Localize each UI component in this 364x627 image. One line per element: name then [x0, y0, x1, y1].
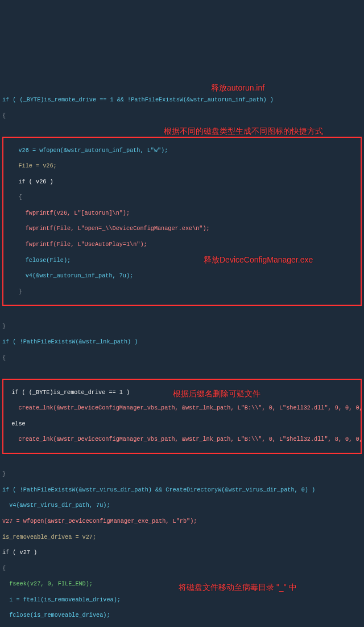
- code-line: {: [2, 565, 362, 573]
- code-line: v4(&wstr_autorun_inf_path, 7u);: [5, 272, 359, 280]
- code-line: if ( v26 ): [5, 178, 359, 186]
- code-line: create_lnk(&wstr_DeviceConfigManager_vbs…: [5, 436, 359, 444]
- code-line: if ( (_BYTE)is_remote_drive == 1 && !Pat…: [2, 96, 362, 104]
- highlight-box-1: v26 = wfopen(&wstr_autorun_inf_path, L"w…: [2, 137, 362, 306]
- code-line: fwprintf(v26, L"[autorun]\n");: [5, 210, 359, 218]
- code-line: else: [5, 420, 359, 428]
- annotation-move: 将磁盘文件移动至病毒目录 "_" 中: [179, 582, 297, 593]
- annotation-shortcut: 根据不同的磁盘类型生成不同图标的快捷方式: [164, 126, 323, 137]
- code-line: fclose(is_removeable_drivea);: [2, 612, 362, 620]
- decompiled-code-view: 释放autorun.inf 根据不同的磁盘类型生成不同图标的快捷方式 释放Dev…: [2, 34, 362, 627]
- code-line: i = ftell(is_removeable_drivea);: [2, 596, 362, 604]
- code-line: is_removeable_drivea = v27;: [2, 534, 362, 542]
- code-line: }: [5, 288, 359, 296]
- code-line: }: [2, 323, 362, 331]
- code-line: {: [5, 194, 359, 202]
- code-line: if ( !PathFileExistsW(&wstr_lnk_path) ): [2, 338, 362, 346]
- code-line: v26 = wfopen(&wstr_autorun_inf_path, L"w…: [5, 147, 359, 155]
- code-line: v4(&wstr_virus_dir_path, 7u);: [2, 502, 362, 510]
- code-line: fwprintf(File, L"open=_\\DeviceConfigMan…: [5, 225, 359, 233]
- code-line: fwprintf(File, L"UseAutoPlay=1\n");: [5, 241, 359, 249]
- annotation-delete: 根据后缀名删除可疑文件: [173, 388, 260, 399]
- code-line: {: [2, 354, 362, 362]
- code-line: if ( v27 ): [2, 549, 362, 557]
- code-line: create_lnk(&wstr_DeviceConfigManager_vbs…: [5, 404, 359, 412]
- code-line: v27 = wfopen(&wstr_DeviceConfigManager_e…: [2, 518, 362, 526]
- annotation-dcm: 释放DeviceConfigManager.exe: [204, 255, 313, 265]
- code-line: if ( !PathFileExistsW(&wstr_virus_dir_pa…: [2, 486, 362, 494]
- code-line: }: [2, 470, 362, 478]
- code-line: File = v26;: [5, 162, 359, 170]
- code-line: {: [2, 112, 362, 120]
- annotation-autorun: 释放autorun.inf: [211, 83, 264, 93]
